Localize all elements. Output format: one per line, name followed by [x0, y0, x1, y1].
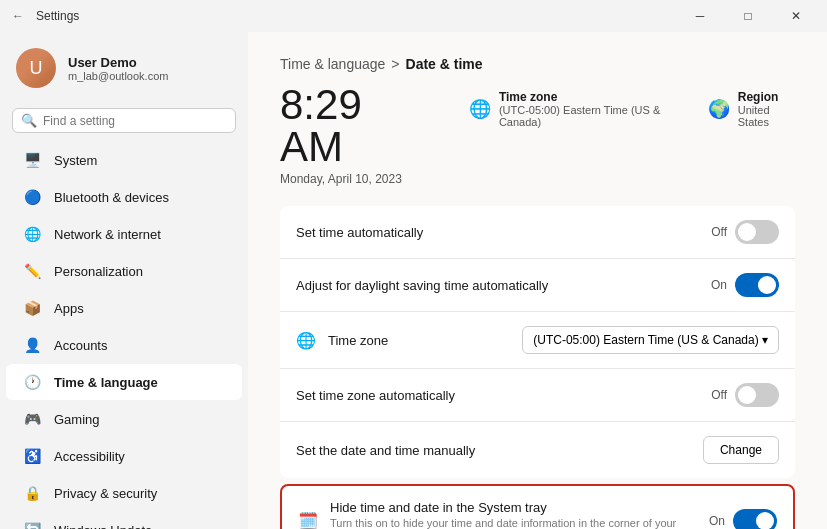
sidebar-item-network[interactable]: 🌐Network & internet	[6, 216, 242, 252]
set-date-manual-right: Change	[703, 436, 779, 464]
timezone-info: 🌐 Time zone (UTC-05:00) Eastern Time (US…	[469, 90, 684, 128]
gaming-icon: 🎮	[22, 409, 42, 429]
timezone-text: Time zone (UTC-05:00) Eastern Time (US &…	[499, 90, 684, 128]
set-time-auto-right: Off	[711, 220, 779, 244]
set-date-manual-label: Set the date and time manually	[296, 443, 475, 458]
set-timezone-auto-toggle[interactable]	[735, 383, 779, 407]
system-icon: 🖥️	[22, 150, 42, 170]
timezone-icon: 🌐	[469, 98, 491, 120]
personalization-icon: ✏️	[22, 261, 42, 281]
back-button[interactable]: ←	[8, 6, 28, 26]
current-date: Monday, April 10, 2023	[280, 172, 421, 186]
sidebar: U User Demo m_lab@outlook.com 🔍 🖥️System…	[0, 32, 248, 529]
search-input[interactable]	[43, 114, 227, 128]
sidebar-item-system[interactable]: 🖥️System	[6, 142, 242, 178]
region-label: Region	[738, 90, 795, 104]
title-bar: ← Settings ─ □ ✕	[0, 0, 827, 32]
set-date-manual-button[interactable]: Change	[703, 436, 779, 464]
sidebar-item-update[interactable]: 🔄Windows Update	[6, 512, 242, 529]
breadcrumb-current: Date & time	[406, 56, 483, 72]
apps-icon: 📦	[22, 298, 42, 318]
update-icon: 🔄	[22, 520, 42, 529]
sidebar-item-label: Privacy & security	[54, 486, 157, 501]
set-timezone-auto-right: Off	[711, 383, 779, 407]
sidebar-item-label: Apps	[54, 301, 84, 316]
hide-tray-sublabel: Turn this on to hide your time and date …	[330, 517, 709, 529]
region-value: United States	[738, 104, 795, 128]
sidebar-item-bluetooth[interactable]: 🔵Bluetooth & devices	[6, 179, 242, 215]
hide-tray-status: On	[709, 514, 725, 528]
back-icon: ←	[12, 9, 24, 23]
breadcrumb-separator: >	[391, 56, 399, 72]
region-icon: 🌍	[708, 98, 730, 120]
timezone-label: Time zone	[499, 90, 684, 104]
sidebar-item-label: Gaming	[54, 412, 100, 427]
nav-list: 🖥️System🔵Bluetooth & devices🌐Network & i…	[0, 141, 248, 529]
network-icon: 🌐	[22, 224, 42, 244]
header-info: 🌐 Time zone (UTC-05:00) Eastern Time (US…	[469, 90, 795, 128]
breadcrumb-parent: Time & language	[280, 56, 385, 72]
setting-row-set-timezone-auto: Set time zone automaticallyOff	[280, 369, 795, 422]
main-content: Time & language > Date & time 8:29 AM Mo…	[248, 32, 827, 529]
set-time-auto-status: Off	[711, 225, 727, 239]
timezone-icon: 🌐	[296, 331, 316, 350]
daylight-saving-right: On	[711, 273, 779, 297]
set-time-auto-toggle[interactable]	[735, 220, 779, 244]
time-language-icon: 🕐	[22, 372, 42, 392]
user-profile[interactable]: U User Demo m_lab@outlook.com	[0, 40, 248, 96]
timezone-value: (UTC-05:00) Eastern Time (US & Canada)	[499, 104, 684, 128]
sidebar-item-gaming[interactable]: 🎮Gaming	[6, 401, 242, 437]
sidebar-item-personalization[interactable]: ✏️Personalization	[6, 253, 242, 289]
minimize-button[interactable]: ─	[677, 0, 723, 32]
sidebar-item-label: Bluetooth & devices	[54, 190, 169, 205]
timezone-label: Time zone	[328, 333, 388, 348]
hide-tray-label: Hide time and date in the System tray	[330, 500, 709, 515]
sidebar-item-accessibility[interactable]: ♿Accessibility	[6, 438, 242, 474]
setting-row-daylight-saving: Adjust for daylight saving time automati…	[280, 259, 795, 312]
sidebar-item-apps[interactable]: 📦Apps	[6, 290, 242, 326]
search-box[interactable]: 🔍	[12, 108, 236, 133]
daylight-saving-status: On	[711, 278, 727, 292]
breadcrumb: Time & language > Date & time	[280, 56, 795, 72]
setting-row-set-date-manual: Set the date and time manuallyChange	[280, 422, 795, 478]
maximize-button[interactable]: □	[725, 0, 771, 32]
sidebar-item-label: Windows Update	[54, 523, 152, 530]
sidebar-item-label: Time & language	[54, 375, 158, 390]
set-timezone-auto-status: Off	[711, 388, 727, 402]
window-title: Settings	[36, 9, 79, 23]
accessibility-icon: ♿	[22, 446, 42, 466]
avatar: U	[16, 48, 56, 88]
sidebar-item-label: Accessibility	[54, 449, 125, 464]
setting-row-set-time-auto: Set time automaticallyOff	[280, 206, 795, 259]
timezone-dropdown[interactable]: (UTC-05:00) Eastern Time (US & Canada) ▾	[522, 326, 779, 354]
window-controls: ─ □ ✕	[677, 0, 819, 32]
user-email: m_lab@outlook.com	[68, 70, 168, 82]
set-timezone-auto-label: Set time zone automatically	[296, 388, 455, 403]
daylight-saving-toggle[interactable]	[735, 273, 779, 297]
setting-list: Set time automaticallyOffAdjust for dayl…	[280, 206, 795, 478]
hide-tray-toggle[interactable]	[733, 509, 777, 530]
search-icon: 🔍	[21, 113, 37, 128]
user-info: User Demo m_lab@outlook.com	[68, 55, 168, 82]
sidebar-item-accounts[interactable]: 👤Accounts	[6, 327, 242, 363]
region-text: Region United States	[738, 90, 795, 128]
region-info: 🌍 Region United States	[708, 90, 795, 128]
privacy-icon: 🔒	[22, 483, 42, 503]
close-button[interactable]: ✕	[773, 0, 819, 32]
sidebar-item-label: System	[54, 153, 97, 168]
page-header: 8:29 AM Monday, April 10, 2023 🌐 Time zo…	[280, 84, 795, 186]
sidebar-item-privacy[interactable]: 🔒Privacy & security	[6, 475, 242, 511]
timezone-right: (UTC-05:00) Eastern Time (US & Canada) ▾	[522, 326, 779, 354]
set-time-auto-label: Set time automatically	[296, 225, 423, 240]
hide-tray-icon: 🗓️	[298, 511, 318, 529]
time-display: 8:29 AM Monday, April 10, 2023	[280, 84, 421, 186]
sidebar-item-label: Accounts	[54, 338, 107, 353]
setting-row-timezone: 🌐Time zone(UTC-05:00) Eastern Time (US &…	[280, 312, 795, 369]
sidebar-item-time-language[interactable]: 🕐Time & language	[6, 364, 242, 400]
bluetooth-icon: 🔵	[22, 187, 42, 207]
sidebar-item-label: Network & internet	[54, 227, 161, 242]
user-name: User Demo	[68, 55, 168, 70]
current-time: 8:29 AM	[280, 84, 421, 168]
accounts-icon: 👤	[22, 335, 42, 355]
sidebar-item-label: Personalization	[54, 264, 143, 279]
